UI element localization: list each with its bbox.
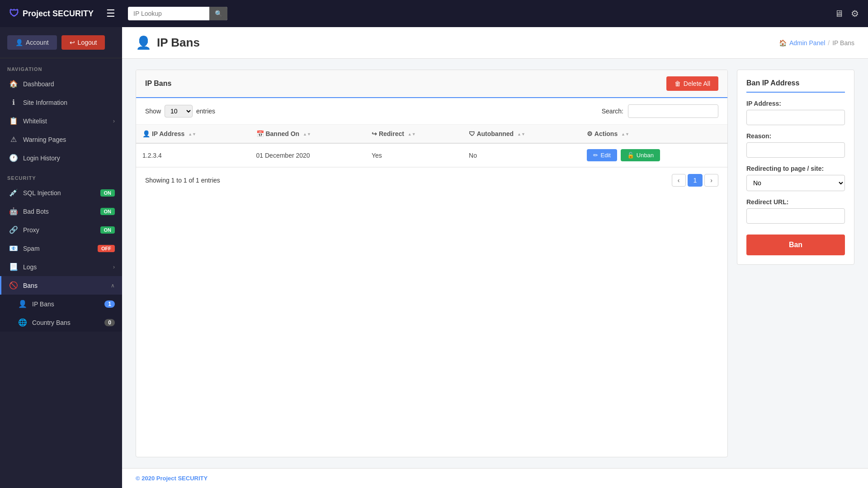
security-section-label: SECURITY xyxy=(0,167,122,183)
delete-all-button[interactable]: 🗑 Delete All xyxy=(666,76,718,91)
country-bans-icon: 🌐 xyxy=(18,318,28,327)
sidebar-item-label: Site Information xyxy=(23,99,67,106)
ip-address-group: IP Address: xyxy=(746,100,845,125)
redirect-url-input[interactable] xyxy=(746,208,845,224)
proxy-toggle[interactable]: ON xyxy=(100,226,115,234)
unban-label: Unban xyxy=(637,152,654,159)
bans-icon: 🚫 xyxy=(9,281,19,290)
edit-label: Edit xyxy=(600,152,610,159)
sidebar-item-label: Logs xyxy=(23,263,37,271)
ip-address-col-icon: 👤 xyxy=(142,130,150,137)
page-header: 👤 IP Bans 🏠 Admin Panel / IP Bans xyxy=(122,27,868,59)
content-area: IP Bans 🗑 Delete All Show 10 25 50 100 xyxy=(122,59,868,468)
ip-bans-table: 👤 IP Address ▲▼ 📅 Banned On ▲▼ ↪ xyxy=(136,125,727,167)
sidebar-item-ip-bans[interactable]: 👤 IP Bans 1 xyxy=(0,295,122,313)
sidebar-item-label: Spam xyxy=(23,245,40,252)
breadcrumb-current: IP Bans xyxy=(832,39,854,47)
brand-icon: 🛡 xyxy=(9,8,19,19)
page-title: IP Bans xyxy=(157,36,200,50)
dashboard-icon: 🏠 xyxy=(9,80,19,88)
redirect-select[interactable]: No Yes xyxy=(746,175,845,191)
col-redirect: ↪ Redirect ▲▼ xyxy=(365,125,462,143)
search-button[interactable]: 🔍 xyxy=(209,7,227,20)
table-search-input[interactable] xyxy=(628,104,718,118)
sidebar-item-login-history[interactable]: 🕐 Login History xyxy=(0,149,122,167)
show-label: Show xyxy=(145,108,161,115)
cell-redirect: Yes xyxy=(365,143,462,167)
warning-pages-icon: ⚠ xyxy=(9,135,19,144)
page-title-icon: 👤 xyxy=(136,35,151,50)
cell-autobanned: No xyxy=(462,143,580,167)
sidebar-top-buttons: 👤 Account ↩ Logout xyxy=(0,27,122,58)
logout-icon: ↩ xyxy=(70,39,75,46)
sidebar-item-label: Country Bans xyxy=(32,319,71,326)
proxy-icon: 🔗 xyxy=(9,225,19,234)
col-actions: ⚙ Actions ▲▼ xyxy=(580,125,727,143)
breadcrumb: 🏠 Admin Panel / IP Bans xyxy=(779,39,854,47)
col-ip-address: 👤 IP Address ▲▼ xyxy=(136,125,250,143)
reason-input[interactable] xyxy=(746,142,845,158)
reason-label: Reason: xyxy=(746,132,845,140)
redirect-col-icon: ↪ xyxy=(372,130,377,137)
entries-label: entries xyxy=(196,108,215,115)
next-page-button[interactable]: › xyxy=(704,174,718,187)
sidebar-item-whitelist[interactable]: 📋 Whitelist › xyxy=(0,112,122,130)
right-panel: Ban IP Address IP Address: Reason: Redir… xyxy=(737,70,854,265)
edit-button[interactable]: ✏ Edit xyxy=(587,149,617,161)
sidebar-item-proxy[interactable]: 🔗 Proxy ON xyxy=(0,221,122,239)
ip-address-input[interactable] xyxy=(746,110,845,125)
monitor-button[interactable]: 🖥 xyxy=(835,9,844,19)
show-entries-select[interactable]: 10 25 50 100 xyxy=(165,105,193,117)
sidebar-item-logs[interactable]: 📃 Logs › xyxy=(0,258,122,276)
sidebar-item-warning-pages[interactable]: ⚠ Warning Pages xyxy=(0,130,122,149)
account-button[interactable]: 👤 Account xyxy=(7,35,57,50)
topnav-left: 🛡 Project SECURITY ☰ 🔍 xyxy=(9,6,227,21)
hamburger-button[interactable]: ☰ xyxy=(103,6,119,21)
whitelist-icon: 📋 xyxy=(9,117,19,125)
cell-actions: ✏ Edit 🔓 Unban xyxy=(580,143,727,167)
sidebar-item-dashboard[interactable]: 🏠 Dashboard xyxy=(0,75,122,93)
autobanned-col-icon: 🛡 xyxy=(469,130,475,137)
sidebar-item-country-bans[interactable]: 🌐 Country Bans 0 xyxy=(0,313,122,332)
sidebar-item-bans[interactable]: 🚫 Bans ∧ xyxy=(0,276,122,295)
page-1-button[interactable]: 1 xyxy=(688,174,703,187)
redirect-url-group: Redirect URL: xyxy=(746,198,845,224)
sql-injection-toggle[interactable]: ON xyxy=(100,189,115,197)
spam-toggle[interactable]: OFF xyxy=(98,245,115,252)
table-card-header: IP Bans 🗑 Delete All xyxy=(136,70,727,98)
sidebar-item-sql-injection[interactable]: 💉 SQL Injection ON xyxy=(0,183,122,202)
sidebar-item-label: Whitelist xyxy=(23,117,47,125)
actions-col-icon: ⚙ xyxy=(587,130,593,137)
unban-button[interactable]: 🔓 Unban xyxy=(621,149,660,161)
search-label: Search: xyxy=(602,108,623,115)
brand: 🛡 Project SECURITY xyxy=(9,8,94,19)
prev-page-button[interactable]: ‹ xyxy=(672,174,686,187)
bans-submenu: 👤 IP Bans 1 🌐 Country Bans 0 xyxy=(0,295,122,332)
search-input[interactable] xyxy=(128,7,209,20)
showing-text: Showing 1 to 1 of 1 entries xyxy=(145,177,220,184)
copyright: © 2020 xyxy=(136,475,155,482)
logout-button[interactable]: ↩ Logout xyxy=(61,35,105,50)
ip-bans-badge: 1 xyxy=(104,300,115,308)
show-entries: Show 10 25 50 100 entries xyxy=(145,105,215,117)
banned-on-col-icon: 📅 xyxy=(256,130,264,137)
chevron-right-icon: › xyxy=(113,264,115,270)
ip-address-label: IP Address: xyxy=(746,100,845,107)
account-label: Account xyxy=(26,39,49,46)
sidebar-item-spam[interactable]: 📧 Spam OFF xyxy=(0,239,122,258)
sidebar-item-site-information[interactable]: ℹ Site Information xyxy=(0,93,122,112)
breadcrumb-home-icon: 🏠 xyxy=(779,39,787,47)
ban-button[interactable]: Ban xyxy=(746,235,845,255)
table-controls: Show 10 25 50 100 entries Search: xyxy=(136,98,727,125)
account-icon: 👤 xyxy=(15,39,23,46)
main-content: 👤 IP Bans 🏠 Admin Panel / IP Bans IP Ban… xyxy=(122,27,868,488)
search-icon: 🔍 xyxy=(215,10,222,17)
topnav: 🛡 Project SECURITY ☰ 🔍 🖥 ⚙ xyxy=(0,0,868,27)
delete-icon: 🗑 xyxy=(675,80,681,87)
chevron-up-icon: ∧ xyxy=(111,282,115,289)
sidebar-item-bad-bots[interactable]: 🤖 Bad Bots ON xyxy=(0,202,122,221)
gear-button[interactable]: ⚙ xyxy=(851,8,859,19)
bad-bots-toggle[interactable]: ON xyxy=(100,208,115,215)
unban-icon: 🔓 xyxy=(627,152,634,159)
breadcrumb-home-link[interactable]: Admin Panel xyxy=(789,39,825,47)
